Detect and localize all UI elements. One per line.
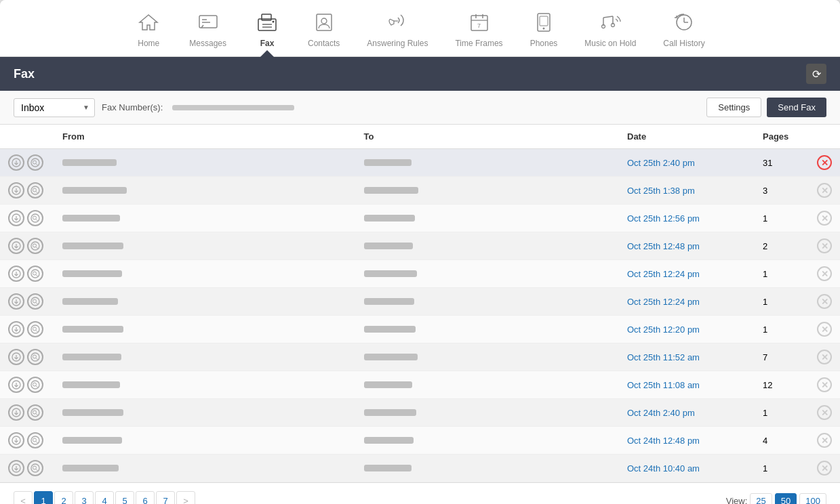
page-next[interactable]: > xyxy=(176,491,195,504)
date-link[interactable]: Oct 25th 1:38 pm xyxy=(627,186,695,196)
view-25[interactable]: 25 xyxy=(750,493,772,504)
download-icon[interactable] xyxy=(8,432,24,448)
date-link[interactable]: Oct 25th 11:08 am xyxy=(627,380,700,390)
top-nav: Home Messages xyxy=(0,0,840,57)
col-from: From xyxy=(54,125,356,149)
view-100[interactable]: 100 xyxy=(799,493,826,504)
page-prev[interactable]: < xyxy=(14,491,33,504)
refresh-button[interactable]: ⟳ xyxy=(806,64,826,84)
nav-contacts[interactable]: Contacts xyxy=(294,7,353,56)
delete-icon[interactable]: ✕ xyxy=(817,322,832,337)
fax-icon xyxy=(256,12,278,36)
search-icon[interactable] xyxy=(27,154,43,171)
row-from xyxy=(54,371,356,399)
search-icon[interactable] xyxy=(27,321,43,337)
search-icon[interactable] xyxy=(27,404,43,421)
delete-icon[interactable]: ✕ xyxy=(817,405,832,420)
row-from xyxy=(54,232,356,260)
search-icon[interactable] xyxy=(27,293,43,310)
download-icon[interactable] xyxy=(8,238,24,254)
delete-icon[interactable]: ✕ xyxy=(817,155,832,170)
date-link[interactable]: Oct 24th 12:48 pm xyxy=(627,436,700,446)
search-icon[interactable] xyxy=(27,460,43,476)
view-50[interactable]: 50 xyxy=(775,493,797,504)
page-5[interactable]: 5 xyxy=(115,491,134,504)
row-pages: 1 xyxy=(755,205,809,232)
svg-point-29 xyxy=(31,159,39,167)
inbox-select-wrapper[interactable]: Inbox xyxy=(14,98,95,117)
download-icon[interactable] xyxy=(8,182,24,198)
download-icon[interactable] xyxy=(8,210,24,226)
date-link[interactable]: Oct 25th 2:40 pm xyxy=(627,158,695,168)
search-icon[interactable] xyxy=(27,349,43,365)
page-4[interactable]: 4 xyxy=(95,491,114,504)
row-delete-cell: ✕ xyxy=(809,177,840,205)
search-icon[interactable] xyxy=(27,266,43,282)
page-2[interactable]: 2 xyxy=(54,491,73,504)
download-icon[interactable] xyxy=(8,154,24,171)
col-to: To xyxy=(356,125,619,149)
nav-messages[interactable]: Messages xyxy=(176,7,240,56)
date-link[interactable]: Oct 25th 11:52 am xyxy=(627,352,700,362)
date-link[interactable]: Oct 25th 12:24 pm xyxy=(627,297,700,307)
nav-call-history[interactable]: Call History xyxy=(649,7,718,56)
nav-phones[interactable]: Phones xyxy=(517,7,572,56)
page-1[interactable]: 1 xyxy=(34,491,53,504)
delete-icon[interactable]: ✕ xyxy=(817,183,832,198)
nav-fax[interactable]: Fax xyxy=(240,7,294,56)
svg-point-50 xyxy=(33,272,37,275)
delete-icon[interactable]: ✕ xyxy=(817,266,832,281)
download-icon[interactable] xyxy=(8,266,24,282)
page-3[interactable]: 3 xyxy=(75,491,94,504)
send-fax-button[interactable]: Send Fax xyxy=(767,98,826,117)
download-icon[interactable] xyxy=(8,404,24,421)
page-7[interactable]: 7 xyxy=(156,491,175,504)
delete-icon[interactable]: ✕ xyxy=(817,238,832,253)
table-row: Oct 25th 12:24 pm 1 ✕ xyxy=(0,288,840,316)
date-link[interactable]: Oct 25th 12:20 pm xyxy=(627,324,700,335)
search-icon[interactable] xyxy=(27,210,43,226)
nav-answering-rules[interactable]: Answering Rules xyxy=(353,7,441,56)
row-to xyxy=(356,371,619,399)
download-icon[interactable] xyxy=(8,321,24,337)
row-to xyxy=(356,427,619,455)
svg-point-18 xyxy=(542,28,544,30)
nav-home[interactable]: Home xyxy=(121,7,176,56)
messages-icon xyxy=(197,12,219,36)
nav-time-frames[interactable]: 7 Time Frames xyxy=(441,7,516,56)
delete-icon[interactable]: ✕ xyxy=(817,350,832,364)
delete-icon[interactable]: ✕ xyxy=(817,377,832,392)
date-link[interactable]: Oct 24th 10:40 am xyxy=(627,463,700,474)
download-icon[interactable] xyxy=(8,349,24,365)
row-delete-cell: ✕ xyxy=(809,316,840,343)
row-actions xyxy=(0,399,54,427)
nav-call-history-label: Call History xyxy=(663,39,704,48)
col-actions xyxy=(0,125,54,149)
nav-music-on-hold[interactable]: Music on Hold xyxy=(571,7,649,56)
download-icon[interactable] xyxy=(8,293,24,310)
row-actions xyxy=(0,177,54,205)
page-6[interactable]: 6 xyxy=(136,491,155,504)
date-link[interactable]: Oct 25th 12:24 pm xyxy=(627,269,700,279)
delete-icon[interactable]: ✕ xyxy=(817,211,832,226)
search-icon[interactable] xyxy=(27,377,43,393)
row-from xyxy=(54,455,356,482)
download-icon[interactable] xyxy=(8,460,24,476)
nav-contacts-label: Contacts xyxy=(308,39,340,48)
inbox-dropdown[interactable]: Inbox xyxy=(14,98,95,117)
delete-icon[interactable]: ✕ xyxy=(817,433,832,448)
date-link[interactable]: Oct 25th 12:56 pm xyxy=(627,213,700,224)
date-link[interactable]: Oct 25th 12:48 pm xyxy=(627,241,700,251)
delete-icon[interactable]: ✕ xyxy=(817,461,832,476)
date-link[interactable]: Oct 24th 2:40 pm xyxy=(627,408,695,418)
search-icon[interactable] xyxy=(27,182,43,198)
fax-table: From To Date Pages xyxy=(0,125,840,482)
settings-button[interactable]: Settings xyxy=(706,98,761,117)
download-icon[interactable] xyxy=(8,377,24,393)
row-actions xyxy=(0,260,54,288)
delete-icon[interactable]: ✕ xyxy=(817,294,832,309)
svg-line-51 xyxy=(36,275,38,277)
view-section: View: 25 50 100 xyxy=(726,493,826,504)
search-icon[interactable] xyxy=(27,432,43,448)
search-icon[interactable] xyxy=(27,238,43,254)
